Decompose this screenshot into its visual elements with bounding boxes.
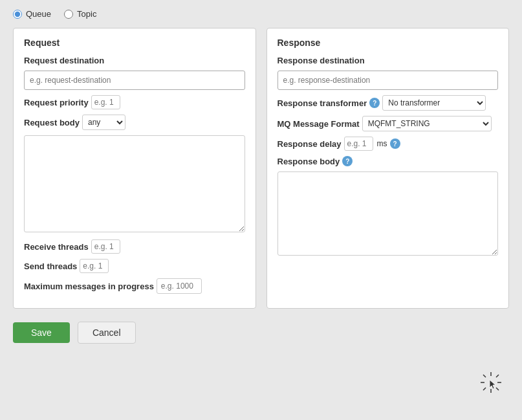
request-body-row: Request body any text bytes map stream <box>24 115 245 130</box>
queue-radio[interactable] <box>13 10 22 19</box>
request-panel: Request Request destination Request prio… <box>13 28 256 309</box>
queue-label: Queue <box>26 9 51 19</box>
request-body-textarea[interactable] <box>24 135 245 232</box>
max-messages-row: Maximum messages in progress <box>24 278 245 294</box>
svg-line-5 <box>496 388 499 390</box>
svg-line-4 <box>483 375 486 377</box>
ms-label: ms <box>377 139 387 148</box>
response-body-help-icon[interactable]: ? <box>342 156 353 166</box>
mq-format-label: MQ Message Format <box>277 119 360 129</box>
send-threads-input[interactable] <box>80 259 109 273</box>
request-destination-input[interactable] <box>24 71 245 90</box>
response-transformer-label: Response transformer <box>277 98 367 108</box>
response-destination-row: Response destination <box>277 56 499 65</box>
save-button[interactable]: Save <box>13 322 70 343</box>
topic-radio[interactable] <box>64 10 73 19</box>
mq-format-row: MQ Message Format MQFMT_STRING MQFMT_NON… <box>277 116 499 131</box>
receive-threads-label: Receive threads <box>24 242 89 252</box>
max-messages-label: Maximum messages in progress <box>24 282 154 291</box>
response-transformer-select[interactable]: No transformer <box>382 95 486 111</box>
max-messages-input[interactable] <box>157 278 202 294</box>
request-body-select[interactable]: any text bytes map stream <box>82 115 125 130</box>
topic-label: Topic <box>77 9 96 19</box>
svg-line-7 <box>483 388 486 390</box>
response-destination-label: Response destination <box>277 56 365 65</box>
request-panel-title: Request <box>24 38 245 48</box>
receive-threads-input[interactable] <box>91 239 120 254</box>
request-priority-input[interactable] <box>91 95 120 109</box>
svg-line-6 <box>496 375 499 377</box>
response-destination-input[interactable] <box>277 71 499 90</box>
response-delay-row: Response delay ms ? <box>277 137 499 151</box>
footer: Save Cancel <box>0 309 522 357</box>
response-delay-label: Response delay <box>277 139 342 149</box>
receive-threads-row: Receive threads <box>24 239 245 254</box>
cancel-button[interactable]: Cancel <box>78 322 136 344</box>
send-threads-label: Send threads <box>24 261 77 271</box>
transformer-help-icon[interactable]: ? <box>369 98 380 108</box>
topic-radio-group[interactable]: Topic <box>64 9 96 19</box>
cursor-icon <box>478 370 504 395</box>
mq-format-select[interactable]: MQFMT_STRING MQFMT_NONE MQFMT_RF_HEADER <box>362 116 492 131</box>
top-bar: Queue Topic <box>0 0 522 28</box>
response-delay-input[interactable] <box>344 137 373 151</box>
response-body-textarea[interactable] <box>277 171 499 256</box>
queue-radio-group[interactable]: Queue <box>13 9 51 19</box>
response-panel-title: Response <box>277 38 499 48</box>
request-destination-label: Request destination <box>24 56 104 65</box>
response-body-row: Response body ? <box>277 156 499 166</box>
request-priority-label: Request priority <box>24 98 89 107</box>
response-transformer-row: Response transformer ? No transformer <box>277 95 499 111</box>
panels-container: Request Request destination Request prio… <box>0 28 522 309</box>
delay-help-icon[interactable]: ? <box>390 138 400 149</box>
request-priority-row: Request priority <box>24 95 245 109</box>
request-body-label: Request body <box>24 118 80 127</box>
response-body-label: Response body <box>277 157 340 166</box>
send-threads-row: Send threads <box>24 259 245 273</box>
request-destination-row: Request destination <box>24 56 245 65</box>
response-panel: Response Response destination Response t… <box>266 28 510 309</box>
svg-marker-8 <box>490 380 495 389</box>
